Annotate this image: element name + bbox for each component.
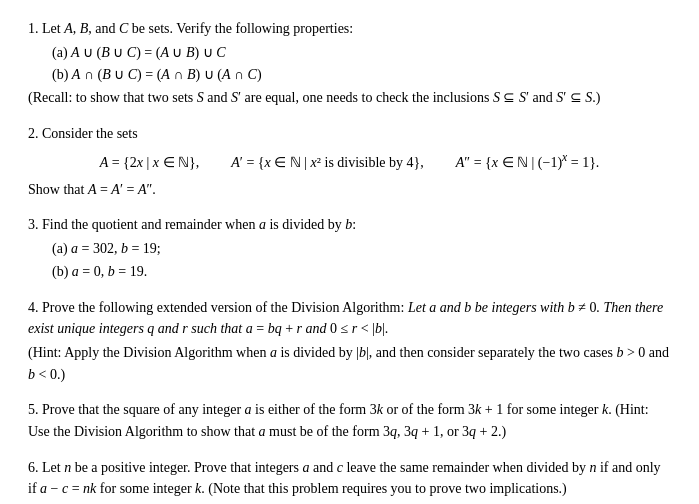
problem-3a: (a) a = 302, b = 19; — [28, 238, 671, 260]
problem-2-equation: A = {2x | x ∈ ℕ}, A′ = {x ∈ ℕ | x² is di… — [28, 149, 671, 173]
problem-4-main: 4. Prove the following extended version … — [28, 297, 671, 340]
problem-5-main: 5. Prove that the square of any integer … — [28, 399, 671, 442]
problem-2-A: A = {2x | x ∈ ℕ}, — [100, 152, 200, 174]
problem-3b: (b) a = 0, b = 19. — [28, 261, 671, 283]
problem-1-intro: 1. Let A, B, and C be sets. Verify the f… — [28, 18, 671, 40]
problem-5: 5. Prove that the square of any integer … — [28, 399, 671, 442]
problem-6-main: 6. Let n be a positive integer. Prove th… — [28, 457, 671, 500]
problem-1a: (a) A ∪ (B ∪ C) = (A ∪ B) ∪ C — [28, 42, 671, 64]
problem-3: 3. Find the quotient and remainder when … — [28, 214, 671, 282]
page-content: 1. Let A, B, and C be sets. Verify the f… — [28, 18, 671, 500]
problem-3-intro: 3. Find the quotient and remainder when … — [28, 214, 671, 236]
problem-6: 6. Let n be a positive integer. Prove th… — [28, 457, 671, 500]
problem-2: 2. Consider the sets A = {2x | x ∈ ℕ}, A… — [28, 123, 671, 201]
problem-2-show: Show that A = A′ = A″. — [28, 179, 671, 201]
problem-1-recall: (Recall: to show that two sets S and S′ … — [28, 87, 671, 109]
problem-2-intro: 2. Consider the sets — [28, 123, 671, 145]
problem-4: 4. Prove the following extended version … — [28, 297, 671, 386]
problem-4-hint: (Hint: Apply the Division Algorithm when… — [28, 342, 671, 385]
problem-1: 1. Let A, B, and C be sets. Verify the f… — [28, 18, 671, 109]
problem-2-Adoubleprime: A″ = {x ∈ ℕ | (−1)x = 1}. — [456, 149, 600, 173]
problem-1b: (b) A ∩ (B ∪ C) = (A ∩ B) ∪ (A ∩ C) — [28, 64, 671, 86]
problem-2-Aprime: A′ = {x ∈ ℕ | x² is divisible by 4}, — [231, 152, 423, 174]
